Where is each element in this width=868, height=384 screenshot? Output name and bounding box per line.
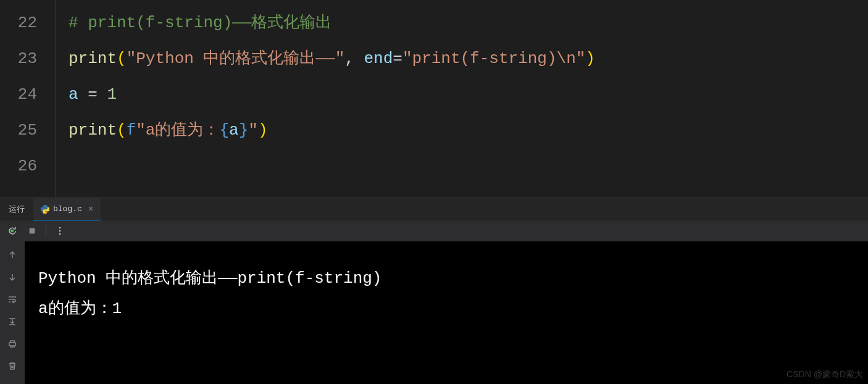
- output-line: Python 中的格式化输出——print(f-string): [38, 264, 854, 294]
- svg-rect-0: [30, 228, 35, 234]
- rerun-icon[interactable]: [6, 225, 19, 237]
- brace-token: {: [219, 121, 229, 140]
- terminal-body: Python 中的格式化输出——print(f-string) a的值为：1: [0, 241, 868, 384]
- tab-filename: blog.c: [53, 204, 82, 214]
- paren-token: ): [585, 49, 595, 68]
- paren-token: ): [258, 121, 268, 140]
- stop-icon[interactable]: [26, 225, 38, 237]
- code-editor: 22 23 24 25 26 # print(f-string)——格式化输出 …: [0, 0, 868, 198]
- comma-token: ,: [344, 49, 354, 68]
- operator-token: =: [88, 85, 98, 104]
- code-line: a = 1: [69, 77, 868, 112]
- number-token: 1: [107, 85, 117, 104]
- line-number: 25: [0, 112, 56, 148]
- terminal-sidebar: [0, 241, 25, 384]
- more-icon[interactable]: [54, 225, 66, 237]
- panel-tab-bar: 运行 blog.c ×: [0, 198, 868, 220]
- line-number: 24: [0, 77, 56, 112]
- watermark: CSDN @蒙奇D索大: [787, 369, 863, 380]
- brace-token: }: [239, 121, 249, 140]
- code-line: print("Python 中的格式化输出——", end="print(f-s…: [69, 41, 868, 77]
- line-number: 23: [0, 41, 56, 77]
- panel-toolbar: [0, 220, 868, 241]
- code-line: [69, 148, 868, 184]
- svg-point-2: [59, 230, 61, 232]
- arrow-up-icon[interactable]: [6, 249, 19, 261]
- string-token: "a的值为：: [136, 121, 219, 140]
- line-number: 22: [0, 5, 56, 41]
- run-tab-label[interactable]: 运行: [0, 204, 33, 215]
- file-tab[interactable]: blog.c ×: [33, 198, 101, 220]
- svg-point-1: [59, 227, 61, 228]
- close-icon[interactable]: ×: [88, 204, 93, 214]
- code-content[interactable]: # print(f-string)——格式化输出 print("Python 中…: [56, 0, 868, 198]
- line-number-gutter: 22 23 24 25 26: [0, 0, 56, 198]
- line-number: 26: [0, 148, 56, 184]
- svg-point-3: [59, 233, 61, 235]
- paren-token: (: [117, 121, 127, 140]
- svg-rect-4: [9, 343, 15, 346]
- comment-token: # print(f-string)——格式化输出: [69, 14, 332, 32]
- function-token: print: [69, 49, 117, 68]
- variable-token: a: [69, 85, 78, 104]
- code-line: # print(f-string)——格式化输出: [69, 5, 868, 41]
- trash-icon[interactable]: [6, 360, 19, 372]
- arrow-down-icon[interactable]: [6, 271, 19, 283]
- output-line: a的值为：1: [38, 294, 854, 324]
- operator-token: =: [393, 49, 403, 68]
- paren-token: (: [117, 49, 127, 68]
- scroll-end-icon[interactable]: [6, 315, 19, 328]
- fstring-prefix-token: f: [127, 121, 136, 140]
- kwarg-token: end: [364, 49, 393, 68]
- terminal-output[interactable]: Python 中的格式化输出——print(f-string) a的值为：1: [25, 241, 868, 384]
- print-icon[interactable]: [6, 338, 19, 350]
- string-token: "Python 中的格式化输出——": [127, 49, 345, 68]
- divider: [46, 225, 46, 236]
- python-icon: [41, 205, 49, 214]
- function-token: print: [69, 121, 117, 140]
- fstring-var-token: a: [229, 121, 239, 140]
- string-token: "print(f-string)\n": [403, 49, 585, 68]
- string-token: ": [248, 121, 258, 140]
- wrap-icon[interactable]: [6, 293, 19, 306]
- bottom-panel: 运行 blog.c ×: [0, 198, 868, 384]
- code-line: print(f"a的值为：{a}"): [69, 112, 868, 148]
